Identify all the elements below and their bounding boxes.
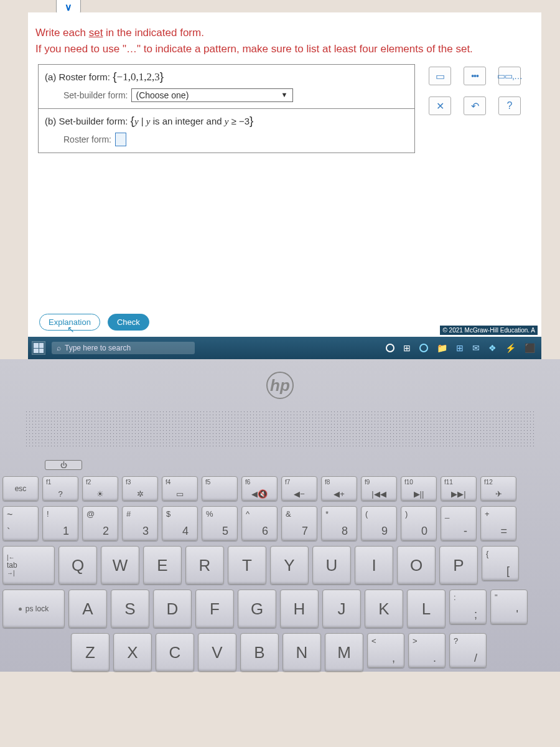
key-i[interactable]: I <box>355 546 393 585</box>
ellipsis-tool[interactable]: ••• <box>464 67 486 85</box>
key-2[interactable]: @2 <box>82 506 118 541</box>
key-y[interactable]: Y <box>270 546 309 585</box>
check-button[interactable]: Check <box>108 314 149 331</box>
part-b: (b) Set-builder form: {y | y is an integ… <box>39 109 414 153</box>
key-quote[interactable]: "' <box>490 590 528 624</box>
key-v[interactable]: V <box>198 633 236 672</box>
key-f1[interactable]: f1? <box>42 476 78 501</box>
key-m[interactable]: M <box>325 633 363 672</box>
start-button[interactable] <box>32 341 45 355</box>
key-esc[interactable]: esc <box>2 476 39 501</box>
set-builder-dropdown[interactable]: (Choose one) <box>131 88 293 102</box>
key--[interactable]: _- <box>441 506 477 541</box>
key-1[interactable]: !1 <box>42 506 78 541</box>
undo-button[interactable]: ↶ <box>464 96 486 115</box>
tilde-top: ~ <box>7 509 34 520</box>
hp-logo: hp <box>266 372 294 399</box>
power-button[interactable]: ⏻ <box>45 460 82 470</box>
key-=[interactable]: += <box>480 506 516 541</box>
key-n[interactable]: N <box>282 633 321 672</box>
instructions: Write each set in the indicated form. If… <box>28 12 541 64</box>
key-f4[interactable]: f4▭ <box>162 476 198 501</box>
empty-set-tool[interactable]: ▭ <box>429 67 451 85</box>
part-b-closebrace: } <box>250 114 253 127</box>
key-9[interactable]: (9 <box>361 506 397 541</box>
key-p[interactable]: P <box>439 546 478 585</box>
key-z[interactable]: Z <box>71 633 110 672</box>
tilde-bot: ` <box>7 527 34 538</box>
key-f5[interactable]: f5 <box>202 476 238 501</box>
key-c[interactable]: C <box>156 633 194 672</box>
key-u[interactable]: U <box>312 546 351 585</box>
help-button[interactable]: ? <box>498 96 521 115</box>
key-o[interactable]: O <box>397 546 436 585</box>
instr-line2: If you need to use "…" to indicate a pat… <box>35 43 473 55</box>
instr-line1a: Write each <box>35 27 89 39</box>
key-6[interactable]: ^6 <box>241 506 278 541</box>
key-3[interactable]: #3 <box>122 506 158 541</box>
mail-icon[interactable]: ✉ <box>472 343 480 353</box>
key-a[interactable]: A <box>68 590 107 628</box>
key-x[interactable]: X <box>113 633 152 672</box>
search-icon: ⌕ <box>57 344 61 352</box>
key-7[interactable]: &7 <box>281 506 317 541</box>
explorer-icon[interactable]: 📁 <box>437 343 447 353</box>
key-f10[interactable]: f10▶|| <box>401 476 437 501</box>
clear-button[interactable]: ✕ <box>429 96 451 115</box>
key-slash[interactable]: ?/ <box>449 633 487 668</box>
instr-underline: set <box>89 27 103 39</box>
caps-label: ps lock <box>26 604 49 613</box>
app-icon[interactable]: ⬛ <box>525 343 535 353</box>
key-tab[interactable]: |← tab →| <box>2 546 55 585</box>
list-tool[interactable]: ▭▭,… <box>498 67 521 85</box>
key-period[interactable]: >. <box>408 633 446 668</box>
key-b[interactable]: B <box>240 633 279 672</box>
key-5[interactable]: %5 <box>202 506 238 541</box>
key-f3[interactable]: f3✲ <box>122 476 158 501</box>
explanation-button[interactable]: Explanation ↖ <box>39 314 100 331</box>
keyboard: esc f1?f2☀f3✲f4▭f5f6◀🔇f7◀−f8◀+f9|◀◀f10▶|… <box>0 470 560 672</box>
taskview-icon[interactable]: ⊞ <box>403 343 411 353</box>
key-f7[interactable]: f7◀− <box>281 476 317 501</box>
speaker-grill <box>25 410 535 448</box>
key-4[interactable]: $4 <box>162 506 198 541</box>
roster-input[interactable] <box>115 133 126 146</box>
key-bracket[interactable]: {[ <box>482 546 519 581</box>
caps-indicator <box>19 608 22 611</box>
key-f9[interactable]: f9|◀◀ <box>361 476 397 501</box>
dropbox-icon[interactable]: ❖ <box>488 343 497 353</box>
key-r[interactable]: R <box>185 546 224 585</box>
key-k[interactable]: K <box>365 590 403 628</box>
key-j[interactable]: J <box>322 590 361 628</box>
key-tilde[interactable]: ~ ` <box>2 506 39 541</box>
key-8[interactable]: *8 <box>321 506 357 541</box>
store-icon[interactable]: ⊞ <box>456 343 464 353</box>
search-placeholder: Type here to search <box>65 344 131 352</box>
key-d[interactable]: D <box>153 590 192 628</box>
key-capslock[interactable]: ps lock <box>2 590 65 628</box>
cortana-icon[interactable] <box>386 344 394 352</box>
system-tray: ⊞ 📁 ⊞ ✉ ❖ ⚡ ⬛ <box>386 343 535 353</box>
key-s[interactable]: S <box>111 590 149 628</box>
key-semicolon[interactable]: :; <box>449 590 487 624</box>
key-q[interactable]: Q <box>58 546 97 585</box>
key-f2[interactable]: f2☀ <box>82 476 118 501</box>
key-h[interactable]: H <box>280 590 319 628</box>
part-a-vals: −1,0,1,2,3 <box>117 71 160 83</box>
key-f6[interactable]: f6◀🔇 <box>241 476 278 501</box>
edge-icon[interactable] <box>419 344 428 352</box>
key-0[interactable]: )0 <box>401 506 437 541</box>
key-w[interactable]: W <box>101 546 139 585</box>
taskbar-search[interactable]: ⌕ Type here to search <box>52 342 195 354</box>
key-l[interactable]: L <box>407 590 446 628</box>
key-f11[interactable]: f11▶▶| <box>441 476 477 501</box>
key-e[interactable]: E <box>143 546 182 585</box>
key-t[interactable]: T <box>228 546 266 585</box>
key-comma[interactable]: <, <box>367 633 404 668</box>
key-g[interactable]: G <box>238 590 276 628</box>
key-f12[interactable]: f12✈ <box>480 476 516 501</box>
instr-line1b: in the indicated form. <box>103 27 204 39</box>
key-f8[interactable]: f8◀+ <box>321 476 357 501</box>
key-f[interactable]: F <box>195 590 234 628</box>
bolt-icon[interactable]: ⚡ <box>505 343 516 353</box>
